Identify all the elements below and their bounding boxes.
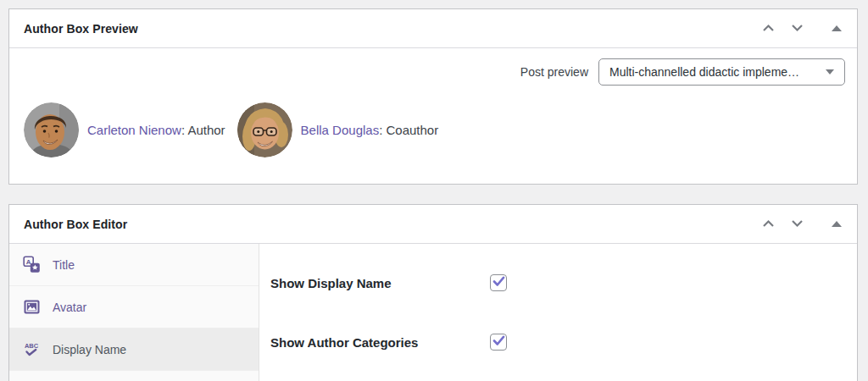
dropdown-arrow-icon [826, 69, 834, 75]
sidebar-item-display-name[interactable]: ABC Display Name [9, 329, 259, 371]
post-preview-select-value: Multi-channelled didactic impleme… [609, 65, 799, 79]
post-preview-row: Post preview Multi-channelled didactic i… [520, 58, 845, 86]
triangle-up-icon [832, 221, 842, 227]
show-author-categories-checkbox[interactable] [490, 334, 507, 351]
collapse-toggle-button[interactable] [826, 16, 847, 41]
author-box-editor-panel: Author Box Editor A [8, 204, 858, 381]
author-entry: Carleton Nienow: Author [24, 102, 225, 157]
show-display-name-label: Show Display Name [270, 276, 490, 290]
show-display-name-checkbox[interactable] [490, 274, 507, 291]
show-author-categories-field: Show Author Categories [270, 329, 507, 355]
editor-panel-title: Author Box Editor [9, 218, 127, 231]
move-down-button[interactable] [782, 16, 811, 41]
author-box-preview-panel: Author Box Preview Post preview Multi-ch… [8, 8, 858, 185]
avatar-carleton-nienow [24, 102, 79, 157]
author-name-link[interactable]: Bella Douglas [301, 123, 380, 137]
chevron-down-icon [791, 218, 804, 230]
editor-sidebar: A Title Avatar ABC [9, 244, 259, 381]
checkmark-icon [492, 275, 505, 290]
collapse-toggle-button[interactable] [826, 212, 847, 237]
author-role-text: : Coauthor [379, 123, 438, 137]
chevron-up-icon [762, 22, 775, 35]
chevron-up-icon [762, 218, 775, 230]
sidebar-item-title[interactable]: A Title [9, 244, 259, 286]
editor-panel-controls [754, 212, 857, 237]
triangle-up-icon [832, 25, 842, 31]
sidebar-item-label: Avatar [53, 301, 86, 314]
author-name-and-role: Bella Douglas: Coauthor [301, 123, 439, 137]
author-entry: Bella Douglas: Coauthor [237, 102, 439, 157]
move-up-button[interactable] [754, 16, 782, 41]
author-name-link[interactable]: Carleton Nienow [87, 123, 181, 137]
post-preview-label: Post preview [520, 65, 588, 79]
authors-preview-row: Carleton Nienow: Author [24, 102, 438, 157]
editor-panel-header: Author Box Editor [9, 205, 857, 244]
preview-panel-header: Author Box Preview [9, 9, 857, 48]
chevron-down-icon [791, 22, 804, 35]
svg-text:ABC: ABC [25, 342, 39, 350]
show-author-categories-label: Show Author Categories [270, 335, 490, 350]
preview-panel-title: Author Box Preview [9, 22, 138, 36]
sidebar-item-label: Display Name [53, 343, 126, 356]
preview-panel-controls [754, 16, 857, 41]
sidebar-item-label: Title [53, 258, 75, 272]
avatar-bella-douglas [237, 102, 292, 157]
move-up-button[interactable] [754, 212, 782, 237]
checkmark-icon [492, 334, 505, 350]
spellcheck-icon: ABC [22, 340, 41, 358]
sidebar-item-avatar[interactable]: Avatar [9, 286, 259, 329]
author-name-and-role: Carleton Nienow: Author [87, 123, 225, 137]
author-role-text: : Author [181, 123, 225, 137]
translation-icon: A [22, 256, 41, 273]
show-display-name-field: Show Display Name [270, 270, 507, 295]
move-down-button[interactable] [782, 212, 811, 237]
post-preview-select[interactable]: Multi-channelled didactic impleme… [598, 58, 845, 86]
image-icon [22, 298, 41, 316]
